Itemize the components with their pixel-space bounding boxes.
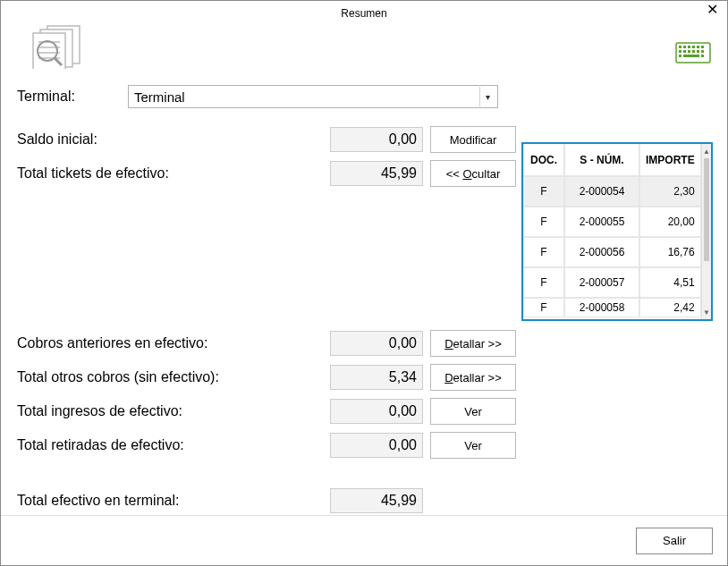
window-title: Resumen xyxy=(341,7,386,20)
total-ingresos-label: Total ingresos de efectivo: xyxy=(17,403,330,419)
svg-rect-11 xyxy=(683,46,686,48)
close-icon[interactable]: ✕ xyxy=(707,3,718,17)
table-scrollbar[interactable]: ▲ ▼ xyxy=(701,144,711,319)
total-retiradas-row: Total retiradas de efectivo: 0,00 Ver xyxy=(17,428,711,462)
scroll-thumb[interactable] xyxy=(704,158,709,261)
salir-button[interactable]: Salir xyxy=(636,528,713,554)
svg-rect-23 xyxy=(683,55,699,57)
svg-rect-16 xyxy=(679,50,681,53)
detallar-cobros-button[interactable]: Detallar >> xyxy=(430,330,516,357)
chevron-down-icon: ▾ xyxy=(479,87,495,106)
col-header-doc[interactable]: DOC. xyxy=(523,144,564,176)
total-otros-label: Total otros cobros (sin efectivo): xyxy=(17,369,330,385)
table-row[interactable]: F 2-000057 4,51 xyxy=(523,267,701,298)
cobros-anteriores-label: Cobros anteriores en efectivo: xyxy=(17,335,330,351)
terminal-label: Terminal: xyxy=(17,89,128,105)
scroll-down-icon[interactable]: ▼ xyxy=(702,305,711,319)
detail-table-header: DOC. S - NÚM. IMPORTE xyxy=(523,144,701,176)
footer: Salir xyxy=(1,515,727,565)
total-otros-row: Total otros cobros (sin efectivo): 5,34 … xyxy=(17,360,711,394)
table-row[interactable]: F 2-000056 16,76 xyxy=(523,237,701,267)
document-search-icon xyxy=(15,24,94,72)
ver-ingresos-button[interactable]: Ver xyxy=(430,398,516,425)
svg-rect-13 xyxy=(692,46,695,48)
ocultar-button[interactable]: << Ocultar xyxy=(430,160,516,187)
detallar-otros-button[interactable]: Detallar >> xyxy=(430,364,516,391)
cobros-anteriores-value: 0,00 xyxy=(330,331,423,356)
col-header-snum[interactable]: S - NÚM. xyxy=(564,144,639,176)
svg-rect-18 xyxy=(688,50,690,53)
total-ingresos-row: Total ingresos de efectivo: 0,00 Ver xyxy=(17,394,711,428)
table-row[interactable]: F 2-000058 2,42 xyxy=(523,298,701,317)
saldo-inicial-value: 0,00 xyxy=(330,127,423,152)
total-efectivo-value: 45,99 xyxy=(330,488,423,513)
scroll-up-icon[interactable]: ▲ xyxy=(702,144,711,158)
cobros-anteriores-row: Cobros anteriores en efectivo: 0,00 Deta… xyxy=(17,326,711,360)
terminal-select[interactable]: Terminal ▾ xyxy=(128,85,498,108)
modificar-button[interactable]: Modificar xyxy=(430,126,516,153)
svg-rect-10 xyxy=(679,46,681,48)
header-icon-area xyxy=(1,26,727,76)
total-tickets-label: Total tickets de efectivo: xyxy=(17,165,330,182)
scroll-track[interactable] xyxy=(702,158,711,305)
titlebar: Resumen ✕ xyxy=(1,1,727,26)
table-row[interactable]: F 2-000055 20,00 xyxy=(523,207,701,237)
svg-rect-21 xyxy=(701,50,704,53)
saldo-inicial-label: Saldo inicial: xyxy=(17,131,330,148)
total-efectivo-label: Total efectivo en terminal: xyxy=(17,493,330,509)
total-efectivo-row: Total efectivo en terminal: 45,99 xyxy=(17,484,711,518)
total-retiradas-value: 0,00 xyxy=(330,433,423,458)
svg-rect-17 xyxy=(683,50,686,53)
detail-table: DOC. S - NÚM. IMPORTE F 2-000054 2,30 F … xyxy=(521,142,713,321)
svg-rect-22 xyxy=(679,55,681,57)
ver-retiradas-button[interactable]: Ver xyxy=(430,432,516,459)
svg-rect-12 xyxy=(688,46,690,48)
total-tickets-value: 45,99 xyxy=(330,161,423,186)
total-retiradas-label: Total retiradas de efectivo: xyxy=(17,437,330,453)
svg-rect-24 xyxy=(701,55,704,57)
svg-rect-19 xyxy=(692,50,695,53)
detail-table-body: F 2-000054 2,30 F 2-000055 20,00 F 2-000… xyxy=(523,176,701,319)
col-header-importe[interactable]: IMPORTE xyxy=(639,144,701,176)
keyboard-icon[interactable] xyxy=(675,42,711,66)
terminal-value: Terminal xyxy=(134,89,185,105)
total-ingresos-value: 0,00 xyxy=(330,399,423,424)
svg-rect-20 xyxy=(697,50,699,53)
total-otros-value: 5,34 xyxy=(330,365,423,390)
svg-rect-14 xyxy=(697,46,699,48)
table-row[interactable]: F 2-000054 2,30 xyxy=(523,176,701,207)
terminal-row: Terminal: Terminal ▾ xyxy=(17,80,711,114)
svg-rect-15 xyxy=(701,46,704,48)
